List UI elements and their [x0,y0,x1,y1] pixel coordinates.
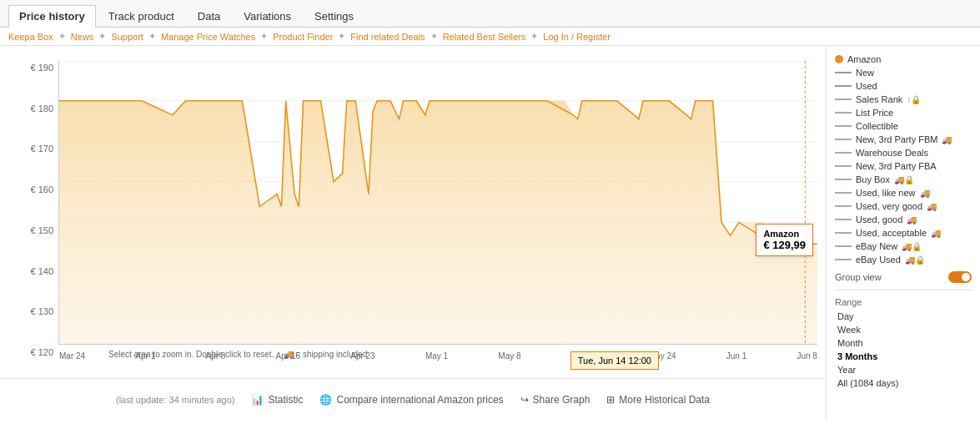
tab-settings[interactable]: Settings [304,5,364,27]
legend-amazon[interactable]: Amazon [835,53,972,66]
chart-svg [59,61,817,344]
tab-track-product[interactable]: Track product [98,5,185,27]
ebay-new-line [835,245,852,247]
y-axis: € 190 € 180 € 170 € 160 € 150 € 140 € 13… [15,61,57,359]
historical-data-button[interactable]: ⊞ More Historical Data [606,394,710,406]
chart-area: € 190 € 180 € 170 € 160 € 150 € 140 € 13… [0,46,826,420]
tab-price-history[interactable]: Price history [8,5,96,28]
nav-bar: Keepa Box ✦ News ✦ Support ✦ Manage Pric… [0,28,980,46]
new-3p-fbm-line [835,139,852,140]
ebay-used-line [835,259,852,260]
compare-prices-button[interactable]: 🌐 Compare international Amazon prices [319,394,503,406]
share-graph-button[interactable]: ↪ Share Graph [520,394,591,406]
legend-new-3p-fba[interactable]: New, 3rd Party FBA [835,159,972,173]
nav-news[interactable]: News [71,32,94,42]
ebay-new-icons: 🚚🔒 [902,242,922,251]
legend-used-good[interactable]: Used, good 🚚 [835,213,972,226]
last-update-text: (last update: 34 minutes ago) [116,395,234,405]
nav-login[interactable]: Log In / Register [543,32,611,42]
amazon-dot [835,55,843,63]
globe-icon: 🌐 [319,394,332,406]
new-3p-fba-line [835,165,852,167]
used-like-new-icon: 🚚 [920,189,930,198]
range-year[interactable]: Year [835,364,972,376]
used-good-icon: 🚚 [907,215,917,225]
used-acceptable-icon: 🚚 [931,229,941,238]
legend-warehouse[interactable]: Warehouse Deals [835,146,972,159]
nav-keepa-box[interactable]: Keepa Box [8,32,53,42]
nav-manage-price-watches[interactable]: Manage Price Watches [161,32,255,42]
used-like-new-line [835,192,852,194]
sales-rank-line [835,98,852,100]
table-icon: ⊞ [606,394,615,406]
legend-ebay-new[interactable]: eBay New 🚚🔒 [835,240,972,253]
used-line [835,85,852,87]
chart-wrapper: € 190 € 180 € 170 € 160 € 150 € 140 € 13… [58,61,817,359]
nav-related-best-sellers[interactable]: Related Best Sellers [443,32,526,42]
nav-related-deals[interactable]: Find related Deals [350,32,425,42]
list-price-line [835,112,852,114]
nav-support[interactable]: Support [111,32,143,42]
collectible-line [835,125,852,127]
share-icon: ↪ [520,394,529,406]
tab-variations[interactable]: Variations [233,5,302,27]
range-week[interactable]: Week [835,324,972,336]
new-line [835,72,852,73]
price-chart[interactable]: Mar 24 Apr 1 Apr 8 Apr 16 Apr 23 May 1 M… [58,61,817,345]
legend-used[interactable]: Used [835,79,972,93]
range-3months[interactable]: 3 Months [835,351,972,362]
x-axis: Mar 24 Apr 1 Apr 8 Apr 16 Apr 23 May 1 M… [59,351,817,361]
group-view-toggle[interactable] [948,271,972,283]
sales-rank-lock: ↕🔒 [907,95,921,104]
fbm-truck-icon: 🚚 [942,135,952,144]
used-good-line [835,219,852,220]
bottom-bar: (last update: 34 minutes ago) 📊 Statisti… [0,378,826,420]
range-month[interactable]: Month [835,337,972,349]
svg-marker-8 [59,101,817,344]
statistic-button[interactable]: 📊 Statistic [251,394,303,406]
date-tooltip: Tue, Jun 14 12:00 [570,351,659,370]
tab-data[interactable]: Data [187,5,231,27]
legend-collectible[interactable]: Collectible [835,119,972,133]
legend-new[interactable]: New [835,66,972,79]
legend-used-acceptable[interactable]: Used, acceptable 🚚 [835,226,972,240]
range-all[interactable]: All (1084 days) [835,377,972,389]
legend-list-price[interactable]: List Price [835,106,972,119]
legend-new-3p-fbm[interactable]: New, 3rd Party FBM 🚚 [835,133,972,146]
warehouse-line [835,152,852,154]
price-tooltip: Amazon € 129,99 [756,224,813,256]
legend-used-like-new[interactable]: Used, like new 🚚 [835,186,972,199]
legend-sales-rank[interactable]: Sales Rank ↕🔒 [835,93,972,106]
buy-box-line [835,179,852,180]
legend-buy-box[interactable]: Buy Box 🚚🔒 [835,173,972,186]
range-title: Range [835,297,972,307]
bar-chart-icon: 📊 [251,394,264,406]
range-section: Range Day Week Month 3 Months Year All (… [835,290,972,389]
used-acceptable-line [835,232,852,234]
used-very-good-icon: 🚚 [927,202,937,211]
legend-ebay-used[interactable]: eBay Used 🚚🔒 [835,253,972,266]
nav-product-finder[interactable]: Product Finder [273,32,333,42]
ebay-used-icons: 🚚🔒 [905,255,925,265]
range-options: Day Week Month 3 Months Year All (1084 d… [835,310,972,389]
main-content: € 190 € 180 € 170 € 160 € 150 € 140 € 13… [0,46,980,420]
legend-used-very-good[interactable]: Used, very good 🚚 [835,199,972,213]
buy-box-icons: 🚚🔒 [894,175,914,184]
group-view-row: Group view [835,271,972,283]
used-very-good-line [835,205,852,207]
tab-bar: Price history Track product Data Variati… [0,0,980,28]
sidebar: Amazon New Used Sales Rank ↕🔒 List Price… [826,46,980,420]
range-day[interactable]: Day [835,310,972,322]
